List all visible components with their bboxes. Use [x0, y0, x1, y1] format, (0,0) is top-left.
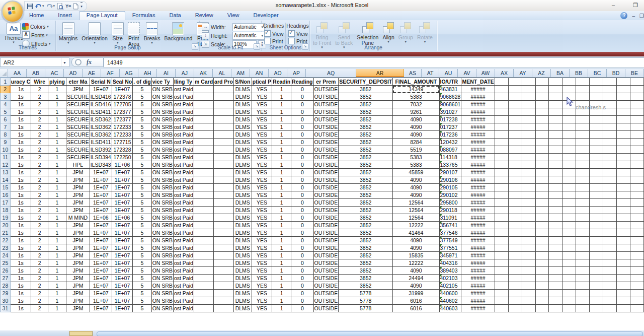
cell-AU15[interactable] — [495, 184, 508, 191]
cell-AC24[interactable]: 1 — [48, 252, 66, 259]
cell-AU26[interactable] — [495, 267, 508, 275]
cell-AR17[interactable]: 12564 — [393, 199, 439, 207]
cell-AJ11[interactable] — [194, 154, 213, 161]
cell-AR12[interactable]: 5383 — [393, 161, 439, 169]
cell-AR14[interactable]: 4090 — [393, 176, 439, 184]
cell-AV31[interactable] — [508, 305, 522, 312]
cell-AY21[interactable] — [549, 229, 562, 237]
column-header-AN[interactable]: AN — [250, 69, 269, 77]
cell-AL28[interactable]: DLMS — [233, 282, 252, 290]
cell-BC27[interactable] — [603, 275, 617, 282]
cell-AM31[interactable]: YES — [252, 305, 272, 312]
cell-AI26[interactable]: ost Paid — [173, 267, 194, 275]
cell-AA28[interactable]: 1s — [10, 282, 31, 290]
cell-BA6[interactable] — [576, 116, 590, 123]
cell-AK11[interactable] — [214, 154, 234, 161]
cell-AQ16[interactable]: 3852 — [339, 191, 393, 199]
column-header-BA[interactable]: BA — [551, 69, 570, 77]
cell-AQ18[interactable]: 3852 — [339, 207, 393, 214]
cell-AR8[interactable]: 4090 — [393, 131, 439, 139]
cell-AU3[interactable] — [495, 93, 508, 101]
maximize-button[interactable]: ❐ — [631, 2, 640, 9]
cell-AO29[interactable]: 0 — [291, 290, 313, 297]
cell-AG9[interactable]: 5 — [133, 139, 151, 146]
cell-AT19[interactable]: ##### — [461, 214, 495, 222]
cell-AC11[interactable]: 1 — [48, 154, 66, 161]
scale-to-fit-dialog-launcher[interactable]: ↘ — [254, 43, 260, 50]
cell-AK21[interactable] — [214, 229, 234, 237]
cell-AD7[interactable]: SECURE — [66, 123, 90, 131]
cell-AF9[interactable]: 172715 — [112, 139, 133, 146]
cell-AL8[interactable]: DLMS — [233, 131, 252, 139]
cell-AP14[interactable]: OUTSIDE — [313, 176, 339, 184]
cell-AO25[interactable]: 0 — [291, 259, 313, 267]
cell-AX9[interactable] — [535, 139, 549, 146]
cell-BB20[interactable] — [590, 222, 603, 229]
cell-AX17[interactable] — [535, 199, 549, 207]
cell-AW2[interactable] — [522, 86, 535, 93]
cell-AK27[interactable] — [214, 275, 234, 282]
cell-AM7[interactable]: YES — [252, 123, 272, 131]
cell-AO31[interactable]: 0 — [291, 305, 313, 312]
cell-AT1[interactable]: MENT_DATE — [461, 78, 495, 86]
cell-AC23[interactable]: 1 — [48, 244, 66, 252]
cell-AK14[interactable] — [214, 176, 234, 184]
cell-AN30[interactable]: 1 — [272, 297, 291, 305]
row-header-27[interactable]: 27 — [1, 275, 11, 282]
cell-AL27[interactable]: DLMS — [233, 275, 252, 282]
horizontal-scrollbar[interactable] — [97, 331, 643, 336]
cell-AJ23[interactable] — [194, 244, 213, 252]
workbook-restore-button[interactable]: ❐ — [639, 13, 644, 19]
cell-AZ31[interactable] — [562, 305, 576, 312]
cell-AC2[interactable]: 1 — [48, 86, 66, 93]
cell-AW6[interactable] — [522, 116, 535, 123]
cell-AB1[interactable]: Wire — [31, 78, 48, 86]
cell-AO21[interactable]: 0 — [291, 229, 313, 237]
cell-AT5[interactable]: ##### — [461, 108, 495, 116]
cell-AX15[interactable] — [535, 184, 549, 191]
cell-AU30[interactable] — [495, 297, 508, 305]
cell-AB27[interactable]: 2 — [31, 275, 48, 282]
cell-AW23[interactable] — [522, 244, 535, 252]
cell-BE16[interactable] — [630, 191, 644, 199]
cell-AG18[interactable]: 5 — [133, 207, 151, 214]
cell-AW3[interactable] — [522, 93, 535, 101]
cell-AI15[interactable]: ost Paid — [173, 184, 194, 191]
fonts-button[interactable]: AFonts▾ — [22, 31, 50, 39]
cell-AI16[interactable]: ost Paid — [173, 191, 194, 199]
cell-AY7[interactable] — [549, 123, 562, 131]
cell-AO20[interactable]: 0 — [291, 222, 313, 229]
cell-AB24[interactable]: 2 — [31, 252, 48, 259]
cell-AI29[interactable]: ost Paid — [173, 290, 194, 297]
cell-AF5[interactable]: 172377 — [112, 108, 133, 116]
cell-BE3[interactable] — [630, 93, 644, 101]
cell-AK2[interactable] — [214, 86, 234, 93]
cell-AD25[interactable]: JPM — [66, 259, 90, 267]
column-header-AG[interactable]: AG — [120, 69, 138, 77]
cell-AX4[interactable] — [535, 101, 549, 108]
cell-AP17[interactable]: OUTSIDE — [313, 199, 339, 207]
cell-AB8[interactable]: 2 — [31, 131, 48, 139]
cell-AV29[interactable] — [508, 290, 522, 297]
cell-AN5[interactable]: 1 — [272, 108, 291, 116]
cell-AM9[interactable]: YES — [252, 139, 272, 146]
cell-AS31[interactable]: 440603 — [439, 305, 461, 312]
cell-AQ23[interactable]: 3852 — [339, 244, 393, 252]
row-header-15[interactable]: 15 — [1, 184, 11, 191]
cell-AB19[interactable]: 2 — [31, 214, 48, 222]
cell-AR11[interactable]: 5383 — [393, 154, 439, 161]
cell-AH20[interactable]: ON SRB — [151, 222, 173, 229]
cell-AX11[interactable] — [535, 154, 549, 161]
cell-AI23[interactable]: ost Paid — [173, 244, 194, 252]
cell-AF26[interactable]: 1E+07 — [112, 267, 133, 275]
cell-AJ4[interactable] — [194, 101, 213, 108]
cell-AH17[interactable]: ON SRB — [151, 199, 173, 207]
cell-AQ26[interactable]: 3852 — [339, 267, 393, 275]
cell-BE7[interactable] — [630, 123, 644, 131]
cell-AJ22[interactable] — [194, 237, 213, 244]
cell-AY18[interactable] — [549, 207, 562, 214]
cell-AV8[interactable] — [508, 131, 522, 139]
cell-AZ30[interactable] — [562, 297, 576, 305]
cell-AS21[interactable]: 377546 — [439, 229, 461, 237]
cell-AW27[interactable] — [522, 275, 535, 282]
